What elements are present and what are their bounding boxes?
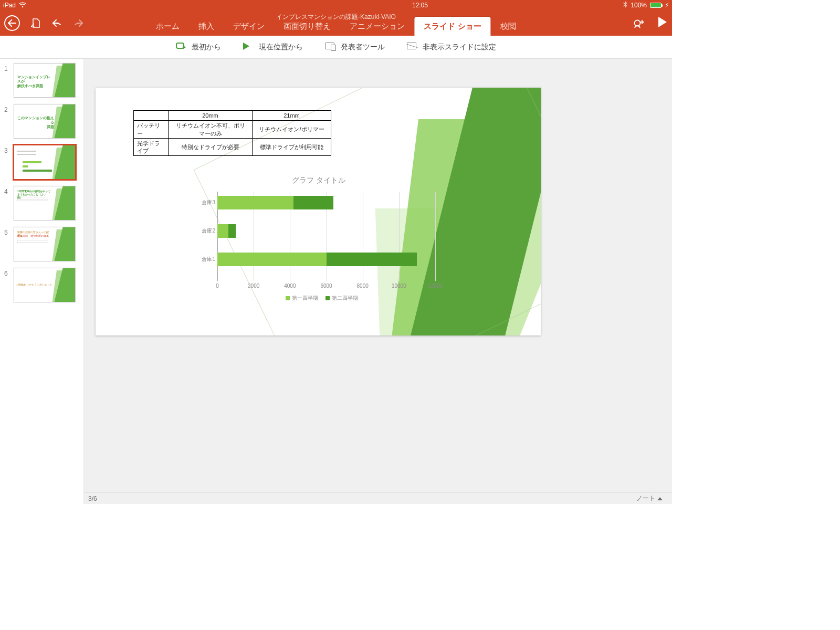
bar-category-label: 倉庫1 xyxy=(192,256,215,263)
facet-deco-icon xyxy=(39,268,76,302)
x-tick-label: 4000 xyxy=(284,283,296,289)
bar-category-label: 倉庫3 xyxy=(192,199,215,206)
facet-deco-icon xyxy=(39,63,76,98)
x-tick-label: 12000 xyxy=(428,283,443,289)
ribbon-tabs: ホーム 挿入 デザイン 画面切り替え アニメーション スライド ショー 校閲 xyxy=(146,10,525,36)
caret-up-icon xyxy=(657,497,663,500)
bar-row: 倉庫3 xyxy=(217,196,333,209)
x-tick-label: 10000 xyxy=(392,283,406,289)
thumb-number: 2 xyxy=(4,104,14,139)
ribbon-hide-slide[interactable]: 非表示スライドに設定 xyxy=(407,43,496,52)
bar-chart[interactable]: グラフ タイトル 倉庫3倉庫2倉庫1 020004000600080001000… xyxy=(190,176,447,302)
slide-canvas[interactable]: 20mm 21mm バッテリー リチウムイオン不可、ポリマーのみ リチウムイオン… xyxy=(96,88,541,335)
battery-pct: 100% xyxy=(631,2,647,9)
table-r1-header: バッテリー xyxy=(134,121,169,139)
facet-deco-icon xyxy=(39,104,76,139)
redo-button[interactable] xyxy=(69,14,87,32)
thumb-number: 5 xyxy=(4,227,14,261)
battery-icon xyxy=(650,3,662,8)
thumb-3[interactable]: 3 ▭▭▭▭▭▭▭▭▭▭▭▭▭▭▭▭▭▭ xyxy=(4,145,79,180)
table-row: 光学ドライブ 特別なドライブが必要 標準ドライブが利用可能 xyxy=(134,138,331,156)
play-icon xyxy=(658,17,667,27)
slideshow-ribbon: 最初から 現在位置から 発表者ツール 非表示スライドに設定 xyxy=(0,36,672,59)
thumb-1[interactable]: 1 マンションインプレスが 解決すべき課題 xyxy=(4,63,79,98)
workspace: 1 マンションインプレスが 解決すべき課題 2 このマンションの抱える 課題 3… xyxy=(0,59,672,504)
legend-swatch-2 xyxy=(326,296,330,300)
from-current-icon xyxy=(243,43,254,52)
app-header: インプレスマンションの課題-Kazuki-VAIO ホーム 挿入 デザイン 画面… xyxy=(0,10,672,36)
legend-label-1: 第一四半期 xyxy=(292,295,318,301)
share-button[interactable] xyxy=(630,14,648,32)
ribbon-presenter-label: 発表者ツール xyxy=(341,43,385,52)
bluetooth-icon xyxy=(623,1,627,9)
bar-row: 倉庫1 xyxy=(217,253,417,266)
bar-segment-q2 xyxy=(293,196,333,209)
bar-row: 倉庫2 xyxy=(217,224,236,238)
tab-review[interactable]: 校閲 xyxy=(491,17,526,36)
slide-counter: 3/6 xyxy=(88,495,97,502)
x-tick-label: 0 xyxy=(216,283,219,289)
table-r1-c1: リチウムイオン不可、ポリマーのみ xyxy=(169,121,253,139)
tab-home[interactable]: ホーム xyxy=(146,17,189,36)
ribbon-hide-slide-label: 非表示スライドに設定 xyxy=(423,43,496,52)
bar-segment-q1 xyxy=(217,253,327,266)
tab-animation[interactable]: アニメーション xyxy=(340,17,414,36)
slide-thumbnail-panel[interactable]: 1 マンションインプレスが 解決すべき課題 2 このマンションの抱える 課題 3… xyxy=(0,59,84,504)
ribbon-presenter[interactable]: 発表者ツール xyxy=(325,43,385,52)
table-r1-c2: リチウムイオン/ポリマー xyxy=(253,121,331,139)
bar-segment-q2 xyxy=(228,224,236,238)
device-label: iPad xyxy=(3,2,16,9)
svg-point-0 xyxy=(635,20,640,26)
thumb-4[interactable]: 4 1年間電車白の挑戦をやってきてわかったこと（よい面） • ーーーーーーーーー… xyxy=(4,186,79,220)
thumb-6[interactable]: 6 ご静聴ありがとうございました xyxy=(4,268,79,302)
x-tick-label: 6000 xyxy=(320,283,332,289)
hide-slide-icon xyxy=(407,43,417,52)
thumb-number: 4 xyxy=(4,186,14,220)
ribbon-from-start-label: 最初から xyxy=(192,43,221,52)
legend-label-2: 第二四半期 xyxy=(332,295,358,301)
table-r2-header: 光学ドライブ xyxy=(134,138,169,156)
bar-segment-q1 xyxy=(217,224,228,238)
facet-deco-icon xyxy=(39,186,76,220)
file-button[interactable] xyxy=(27,14,45,32)
tab-design[interactable]: デザイン xyxy=(224,17,274,36)
chart-plot-area: 倉庫3倉庫2倉庫1 020004000600080001000012000 xyxy=(217,192,447,281)
ribbon-from-current-label: 現在位置から xyxy=(259,43,303,52)
chart-legend: 第一四半期 第二四半期 xyxy=(190,295,447,302)
notes-toggle[interactable]: ノート xyxy=(636,494,663,503)
tab-transition[interactable]: 画面切り替え xyxy=(274,17,340,36)
table-col2-header: 21mm xyxy=(253,111,331,121)
tab-slideshow[interactable]: スライド ショー xyxy=(414,17,490,36)
facet-deco-icon xyxy=(39,145,76,180)
comparison-table[interactable]: 20mm 21mm バッテリー リチウムイオン不可、ポリマーのみ リチウムイオン… xyxy=(133,110,331,156)
from-start-icon xyxy=(176,43,186,52)
thumb-number: 1 xyxy=(4,63,14,98)
table-corner xyxy=(134,111,169,121)
thumb-5[interactable]: 5 実際の住居の皆さんへの配慮と 組織信頼、過労制度の改革 • ーーーーーーーー… xyxy=(4,227,79,261)
table-row: バッテリー リチウムイオン不可、ポリマーのみ リチウムイオン/ポリマー xyxy=(134,121,331,139)
clock: 12:05 xyxy=(412,2,428,9)
wifi-icon xyxy=(19,2,26,9)
ribbon-from-start[interactable]: 最初から xyxy=(176,43,221,52)
bar-category-label: 倉庫2 xyxy=(192,227,215,235)
presenter-icon xyxy=(325,43,335,52)
thumb-number: 6 xyxy=(4,268,14,302)
bar-segment-q2 xyxy=(327,253,417,266)
status-bar: 3/6 ノート xyxy=(84,492,672,504)
notes-label: ノート xyxy=(636,494,655,503)
charging-icon: ⚡︎ xyxy=(665,2,669,9)
slide-editor[interactable]: 20mm 21mm バッテリー リチウムイオン不可、ポリマーのみ リチウムイオン… xyxy=(84,59,672,504)
ios-status-bar: iPad 12:05 100% ⚡︎ xyxy=(0,0,672,10)
x-tick-label: 2000 xyxy=(248,283,259,289)
back-button[interactable] xyxy=(4,15,20,31)
thumb-2[interactable]: 2 このマンションの抱える 課題 xyxy=(4,104,79,139)
tab-insert[interactable]: 挿入 xyxy=(189,17,224,36)
thumb-number: 3 xyxy=(4,145,14,180)
legend-swatch-1 xyxy=(286,296,290,300)
undo-button[interactable] xyxy=(48,14,66,32)
table-col1-header: 20mm xyxy=(169,111,253,121)
chart-x-labels: 020004000600080001000012000 xyxy=(217,283,447,290)
ribbon-from-current[interactable]: 現在位置から xyxy=(243,43,303,52)
bar-segment-q1 xyxy=(217,196,293,209)
present-button[interactable] xyxy=(658,17,667,29)
